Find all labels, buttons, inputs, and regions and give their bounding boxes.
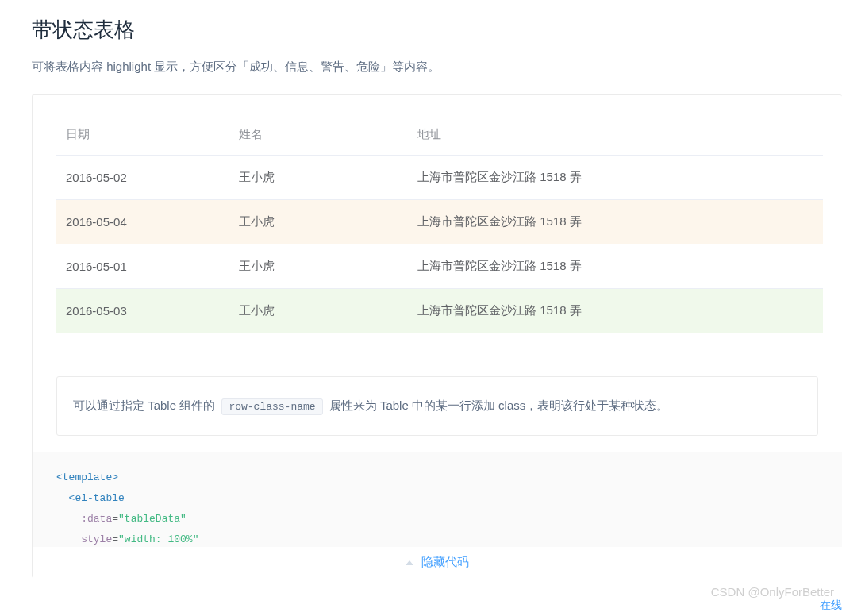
table-header-row: 日期 姓名 地址 [56, 114, 823, 156]
cell-date: 2016-05-02 [56, 156, 231, 200]
cell-address: 上海市普陀区金沙江路 1518 弄 [409, 200, 823, 244]
cell-address: 上海市普陀区金沙江路 1518 弄 [409, 289, 823, 333]
demo-content: 日期 姓名 地址 2016-05-02王小虎上海市普陀区金沙江路 1518 弄2… [33, 95, 842, 352]
cell-address: 上海市普陀区金沙江路 1518 弄 [409, 244, 823, 289]
demo-block: 日期 姓名 地址 2016-05-02王小虎上海市普陀区金沙江路 1518 弄2… [32, 94, 842, 578]
note-code: row-class-name [221, 398, 322, 415]
cell-date: 2016-05-01 [56, 244, 231, 289]
cell-name: 王小虎 [231, 200, 409, 244]
page-title: 带状态表格 [32, 16, 842, 44]
cell-name: 王小虎 [231, 156, 409, 200]
table-row: 2016-05-02王小虎上海市普陀区金沙江路 1518 弄 [56, 156, 823, 200]
cell-name: 王小虎 [231, 244, 409, 289]
cell-address: 上海市普陀区金沙江路 1518 弄 [409, 156, 823, 200]
table-row: 2016-05-03王小虎上海市普陀区金沙江路 1518 弄 [56, 289, 823, 333]
table-row: 2016-05-04王小虎上海市普陀区金沙江路 1518 弄 [56, 200, 823, 244]
toggle-label: 隐藏代码 [421, 555, 469, 568]
code-snippet: <template> <el-table :data="tableData" s… [33, 452, 842, 547]
usage-note: 可以通过指定 Table 组件的 row-class-name 属性来为 Tab… [56, 376, 818, 436]
note-pre: 可以通过指定 Table 组件的 [73, 398, 218, 412]
col-header-name: 姓名 [231, 114, 409, 156]
cell-name: 王小虎 [231, 289, 409, 333]
col-header-date: 日期 [56, 114, 231, 156]
page-description: 可将表格内容 highlight 显示，方便区分「成功、信息、警告、危险」等内容… [32, 60, 842, 75]
table-row: 2016-05-01王小虎上海市普陀区金沙江路 1518 弄 [56, 244, 823, 289]
toggle-code-button[interactable]: 隐藏代码 [33, 547, 842, 578]
col-header-address: 地址 [409, 114, 823, 156]
status-table: 日期 姓名 地址 2016-05-02王小虎上海市普陀区金沙江路 1518 弄2… [56, 114, 823, 333]
caret-up-icon [406, 560, 413, 565]
cell-date: 2016-05-03 [56, 289, 231, 333]
cell-date: 2016-05-04 [56, 200, 231, 244]
note-post: 属性来为 Table 中的某一行添加 class，表明该行处于某种状态。 [326, 398, 669, 412]
